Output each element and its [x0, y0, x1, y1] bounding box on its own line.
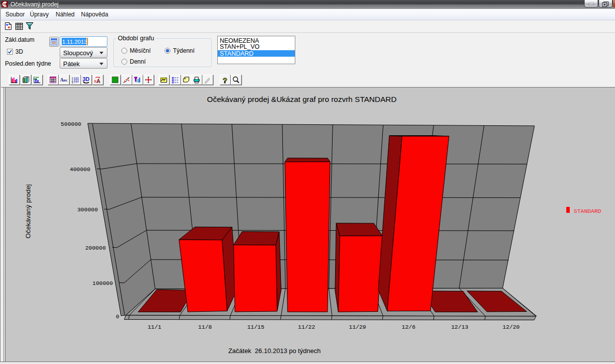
- svg-text:Očekávaný prodej: Očekávaný prodej: [24, 184, 32, 239]
- svg-text:12/20: 12/20: [503, 324, 520, 330]
- svg-text:11/22: 11/22: [298, 324, 315, 330]
- svg-text:11/1: 11/1: [148, 324, 162, 330]
- svg-text:STANDARD: STANDARD: [574, 208, 601, 214]
- svg-text:A: A: [96, 78, 100, 84]
- svg-text:200000: 200000: [85, 245, 106, 251]
- svg-text:0: 0: [116, 313, 119, 320]
- svg-text:11/29: 11/29: [349, 324, 366, 330]
- svg-text:Začátek 26.10.2013 po týdnech: Začátek 26.10.2013 po týdnech: [228, 347, 321, 355]
- svg-text:400000: 400000: [70, 166, 90, 173]
- svg-text:3: 3: [72, 81, 73, 84]
- svg-text:?: ?: [223, 76, 227, 84]
- svg-text:3D: 3D: [83, 76, 89, 82]
- svg-text:BC: BC: [64, 79, 68, 83]
- svg-text:300000: 300000: [77, 206, 98, 213]
- svg-text:100000: 100000: [92, 280, 113, 286]
- svg-text:12/6: 12/6: [402, 324, 416, 330]
- svg-text:12/13: 12/13: [451, 324, 468, 330]
- svg-text:11/15: 11/15: [247, 324, 264, 330]
- svg-text:Očekávaný prodej &Ukázat graf: Očekávaný prodej &Ukázat graf pro rozvrh…: [207, 95, 396, 103]
- svg-text:500000: 500000: [61, 121, 82, 127]
- svg-text:11/8: 11/8: [198, 324, 212, 330]
